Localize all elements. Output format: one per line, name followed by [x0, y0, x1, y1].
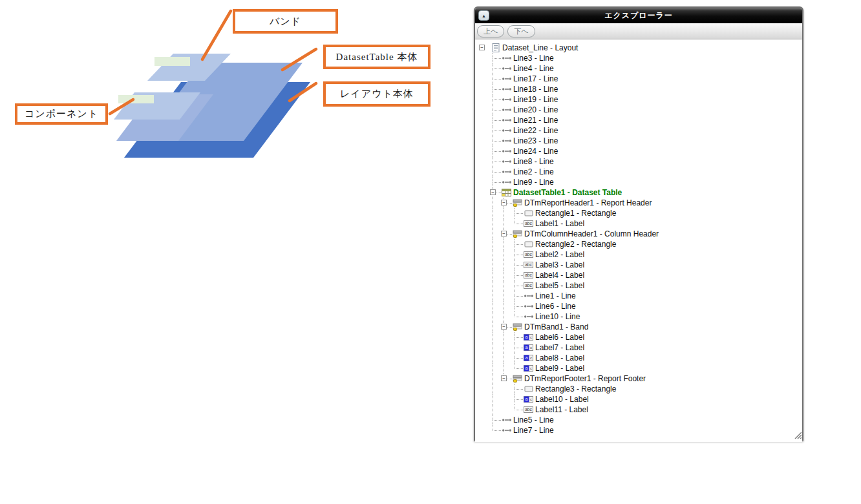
tree-item[interactable]: −DTmReportFooter1 - Report Footer [479, 373, 802, 384]
tree-item[interactable]: abcLabel1 - Label [479, 218, 802, 229]
tree-item[interactable]: Line4 - Line [479, 63, 802, 74]
expand-toggle[interactable]: − [501, 375, 507, 381]
tree-connector [490, 105, 501, 115]
tree-guide [479, 218, 490, 229]
tree-item[interactable]: Line17 - Line [479, 74, 802, 84]
tree-item[interactable]: abcLabel3 - Label [479, 260, 802, 270]
tree-item[interactable]: Rectangle2 - Rectangle [479, 239, 802, 249]
tree-item[interactable]: abcLabel11 - Label [479, 404, 802, 415]
tree-guide [479, 156, 490, 167]
expand-toggle[interactable]: − [479, 45, 485, 50]
tree-item[interactable]: acLabel7 - Label [479, 342, 802, 353]
tree-item[interactable]: Line20 - Line [479, 105, 802, 115]
tree-item[interactable]: acLabel10 - Label [479, 394, 802, 404]
tree-connector [490, 177, 501, 187]
rect-icon [523, 386, 534, 392]
tree-guide [490, 239, 501, 249]
tree-item[interactable]: −DatasetTable1 - Dataset Table [479, 187, 802, 198]
tree-item[interactable]: Line19 - Line [479, 94, 802, 105]
tree-item[interactable]: Line9 - Line [479, 177, 802, 187]
line-icon [501, 87, 512, 92]
explorer-titlebar[interactable]: ▲ エクスプローラー [475, 8, 802, 23]
tree-item[interactable]: Line2 - Line [479, 167, 802, 177]
tree-connector [490, 425, 501, 436]
expand-toggle[interactable]: − [501, 231, 507, 236]
svg-text:a: a [526, 366, 528, 370]
bandsec-icon [512, 230, 523, 238]
tree-item[interactable]: Line5 - Line [479, 415, 802, 425]
tree-item-label: Line5 - Line [512, 415, 554, 425]
svg-text:c: c [530, 335, 532, 339]
tree-guide [490, 291, 501, 301]
tree-item[interactable]: Line1 - Line [479, 291, 802, 301]
tree-connector [512, 301, 523, 311]
tree-item[interactable]: −Dataset_Line - Layout [479, 43, 802, 53]
tree-item[interactable]: acLabel9 - Label [479, 363, 802, 373]
tree-item[interactable]: Line18 - Line [479, 84, 802, 94]
tree-connector [490, 167, 501, 177]
move-up-button[interactable]: 上へ [477, 25, 504, 37]
tree-item[interactable]: Line23 - Line [479, 136, 802, 146]
expand-toggle[interactable]: − [501, 200, 507, 205]
line-icon [501, 138, 512, 143]
tree-connector [512, 404, 523, 415]
tree-item[interactable]: Line21 - Line [479, 115, 802, 125]
svg-text:c: c [530, 356, 532, 360]
tree-item[interactable]: −DTmBand1 - Band [479, 322, 802, 332]
tree-item[interactable]: abcLabel4 - Label [479, 270, 802, 280]
tree-item[interactable]: abcLabel5 - Label [479, 280, 802, 291]
move-down-button[interactable]: 下へ [507, 25, 535, 37]
tree-item[interactable]: Line24 - Line [479, 146, 802, 156]
diagram-label-datasettable: DatasetTable 本体 [323, 45, 430, 69]
tree-item[interactable]: acLabel8 - Label [479, 353, 802, 363]
tree: −Dataset_Line - LayoutLine3 - LineLine4 … [475, 39, 802, 442]
tree-guide [479, 94, 490, 105]
tree-guide [479, 394, 490, 404]
tree-item-label: Line21 - Line [512, 116, 558, 125]
tree-item-label: Line24 - Line [512, 147, 558, 156]
tree-guide [501, 404, 512, 415]
resize-grip[interactable] [794, 431, 802, 439]
abc-icon: abc [523, 251, 534, 258]
abc-icon: abc [523, 272, 534, 278]
tree-item[interactable]: acLabel6 - Label [479, 332, 802, 342]
expand-toggle[interactable]: − [490, 189, 496, 195]
tree-item-label: DTmColumnHeader1 - Column Header [523, 229, 659, 238]
collapse-button[interactable]: ▲ [478, 10, 489, 21]
tree-item[interactable]: abcLabel2 - Label [479, 249, 802, 260]
tree-item[interactable]: Line6 - Line [479, 301, 802, 311]
tree-item[interactable]: Line10 - Line [479, 311, 802, 322]
tree-item-label: Label3 - Label [534, 260, 584, 269]
collapse-arrow-icon: ▲ [482, 14, 486, 18]
tree-item[interactable]: Line8 - Line [479, 156, 802, 167]
tree-item[interactable]: Line22 - Line [479, 125, 802, 136]
tree-item[interactable]: −DTmColumnHeader1 - Column Header [479, 229, 802, 239]
component-chip-1 [154, 57, 190, 66]
tree-guide [490, 229, 501, 239]
tree-guide [479, 342, 490, 353]
tree-guide [490, 280, 501, 291]
explorer-panel: ▲ エクスプローラー 上へ 下へ −Dataset_Line - LayoutL… [474, 6, 803, 441]
tree-item[interactable]: Rectangle3 - Rectangle [479, 384, 802, 394]
tree-guide [490, 373, 501, 384]
table-icon [501, 189, 512, 196]
line-icon [501, 180, 512, 185]
tree-item[interactable]: Rectangle1 - Rectangle [479, 208, 802, 218]
tree-item[interactable]: Line7 - Line [479, 425, 802, 436]
tree-connector [490, 125, 501, 136]
tree-item-label: Line18 - Line [512, 85, 558, 94]
svg-text:a: a [526, 345, 528, 350]
tree-guide [479, 301, 490, 311]
tree-item[interactable]: Line3 - Line [479, 53, 802, 63]
tree-guide [479, 239, 490, 249]
tree-guide [490, 353, 501, 363]
tree-item-label: DatasetTable1 - Dataset Table [512, 188, 622, 197]
tree-item[interactable]: −DTmReportHeader1 - Report Header [479, 198, 802, 208]
tree-guide [501, 301, 512, 311]
explorer-toolbar: 上へ 下へ [475, 23, 802, 39]
tree-connector [512, 270, 523, 280]
line-icon [501, 159, 512, 164]
line-icon [501, 97, 512, 102]
expand-toggle[interactable]: − [501, 324, 507, 330]
tree-connector [512, 218, 523, 229]
